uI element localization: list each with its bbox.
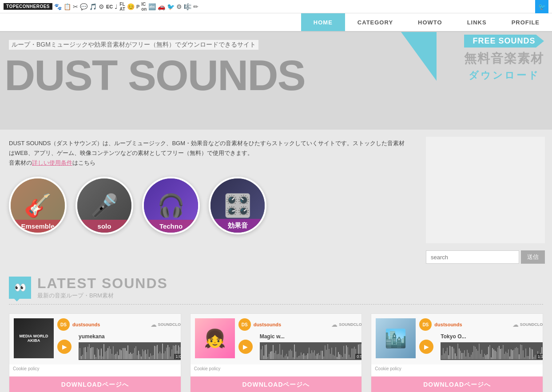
nav-profile[interactable]: PROFILE (499, 13, 552, 31)
category-techno[interactable]: 🎧 Techno (142, 177, 200, 234)
icon-ec[interactable]: EC (106, 4, 113, 9)
latest-section: 👀 LATEST SOUNDS 最新の音楽ループ・BRM素材 MEDIA WOR… (0, 271, 552, 392)
latest-icon: 👀 (9, 277, 31, 299)
free-sounds-banner: FREE SOUNDS (464, 35, 544, 48)
cookie-policy-2[interactable]: Cookie policy (191, 364, 362, 373)
icon-clipboard[interactable]: 📋 (64, 3, 71, 10)
icon-music[interactable]: 🎵 (89, 3, 97, 10)
play-button-3[interactable]: ▶ (419, 340, 433, 354)
sound-card-1: MEDIA WORLD AKIBA DS dustsounds ☁ SOUNDC… (9, 313, 181, 392)
sc-waveform-3[interactable]: 1:16 (441, 342, 543, 360)
play-button-1[interactable]: ▶ (57, 340, 71, 354)
intro-text2: 音素材の (9, 159, 32, 166)
solo-label: solo (77, 220, 131, 233)
cloud-icon-2: ☁ (331, 321, 338, 328)
main-layout: DUST SOUNDS（ダストサウンズ）は、ループミュージック、BGM・効果音な… (0, 130, 552, 271)
cookie-policy-3[interactable]: Cookie policy (371, 364, 543, 373)
sc-logo-3: ☁ SOUNDCLOUD (512, 321, 543, 328)
sc-username-3[interactable]: dustsounds (434, 322, 462, 327)
sc-header-1: DS dustsounds ☁ SOUNDCLOUD (57, 318, 181, 331)
site-logo[interactable]: TOPECONHEROES (4, 3, 52, 10)
icon-flat[interactable]: FLAT (119, 2, 125, 12)
sound-cards: MEDIA WORLD AKIBA DS dustsounds ☁ SOUNDC… (9, 313, 543, 392)
sc-time-2: 0:56 (355, 354, 362, 359)
play-button-2[interactable]: ▶ (238, 340, 253, 354)
icon-paw[interactable]: 🐾 (54, 3, 62, 10)
twitter-button[interactable]: 🐦 (535, 0, 548, 13)
icon-p[interactable]: P (136, 4, 139, 9)
hero-triangle-decoration (401, 32, 437, 81)
techno-label: Techno (144, 220, 198, 233)
sc-header-2: DS dustsounds ☁ SOUNDCLOUD (238, 318, 362, 331)
cloud-icon-3: ☁ (512, 321, 519, 328)
download-button-3[interactable]: DOWNLOADページへ (371, 376, 543, 392)
hero: ループ・BGMミュージックや効果音素材がフリー（無料）でダウンロードできるサイト… (0, 32, 552, 130)
icon-smile[interactable]: 😊 (127, 3, 135, 10)
latest-header: 👀 LATEST SOUNDS 最新の音楽ループ・BRM素材 (9, 275, 543, 305)
category-circles: 🎸 Emsemble 🎤 solo 🎧 (9, 177, 410, 234)
nav: HOME CATEGORY HOWTO LINKS PROFILE (0, 13, 552, 32)
icon-gear2[interactable]: ⚙ (176, 3, 182, 10)
sound-player-1: MEDIA WORLD AKIBA DS dustsounds ☁ SOUNDC… (9, 314, 181, 364)
latest-icon-eyes: 👀 (14, 282, 26, 293)
sc-waveform-2[interactable]: 0:56 (260, 342, 362, 360)
search-input[interactable] (426, 250, 519, 264)
sound-player-2: 👧 DS dustsounds ☁ SOUNDCLOUD (191, 314, 362, 364)
search-box: 送信 (426, 250, 545, 264)
intro-text3: はこちら (72, 159, 95, 166)
sc-user-2: DS dustsounds (238, 318, 281, 331)
download-button-1[interactable]: DOWNLOADページへ (9, 376, 181, 392)
download-button-2[interactable]: DOWNLOADページへ (191, 376, 362, 392)
sc-user-3: DS dustsounds (419, 318, 462, 331)
free-sounds-box: FREE SOUNDS 無料音楽素材 ダウンロード (464, 35, 544, 82)
sc-username-2[interactable]: dustsounds (254, 322, 281, 327)
icon-gear[interactable]: ⚙ (99, 3, 104, 10)
nav-links[interactable]: LINKS (455, 13, 499, 31)
main-content: DUST SOUNDS（ダストサウンズ）は、ループミュージック、BGM・効果音な… (0, 130, 419, 271)
sound-card-3: 🏙️ DS dustsounds ☁ SOUNDCLOUD (371, 313, 543, 392)
sc-waveform-1[interactable]: 1:04 (79, 342, 181, 360)
sc-logo-1: ☁ SOUNDCLOUD (151, 321, 181, 328)
hero-subtitle: ループ・BGMミュージックや効果音素材がフリー（無料）でダウンロードできるサイト (9, 40, 258, 50)
nav-category[interactable]: CATEGORY (345, 13, 405, 31)
sound-card-2: 👧 DS dustsounds ☁ SOUNDCLOUD (190, 313, 362, 392)
intro-text1: DUST SOUNDS（ダストサウンズ）は、ループミュージック、BGM・効果音な… (9, 140, 405, 156)
icon-car[interactable]: 🚗 (158, 3, 165, 10)
nav-home[interactable]: HOME (301, 13, 345, 31)
usage-link[interactable]: 詳しい使用条件 (32, 159, 72, 166)
sc-title-2: Magic w... (260, 333, 362, 340)
sc-avatar-2: DS (238, 318, 251, 331)
icon-note[interactable]: ♩ (115, 3, 118, 10)
sc-user-1: DS dustsounds (57, 318, 100, 331)
sc-time-3: 1:16 (536, 354, 543, 359)
icon-icon[interactable]: ICon (141, 2, 147, 12)
cookie-policy-1[interactable]: Cookie policy (9, 364, 181, 373)
search-button[interactable]: 送信 (521, 250, 545, 264)
icon-pen[interactable]: ✏ (193, 3, 199, 10)
sc-header-3: DS dustsounds ☁ SOUNDCLOUD (419, 318, 543, 331)
sc-title-3: Tokyo O... (441, 333, 543, 340)
waveform-2: Magic w... 0:56 (260, 333, 362, 360)
cloud-icon-1: ☁ (151, 321, 157, 328)
icon-music2[interactable]: 🎼 (184, 3, 191, 10)
icon-chat[interactable]: 💬 (80, 3, 87, 10)
sfx-label: 効果音 (210, 219, 265, 233)
nav-howto[interactable]: HOWTO (405, 13, 455, 31)
free-sounds-dl: ダウンロード (464, 69, 544, 82)
sc-title-1: yumekana (79, 333, 181, 340)
topbar: TOPECONHEROES 🐾 📋 ✂ 💬 🎵 ⚙ EC ♩ FLAT 😊 P … (0, 0, 552, 13)
thumb-1: MEDIA WORLD AKIBA (14, 318, 54, 358)
category-ensemble[interactable]: 🎸 Emsemble (9, 177, 67, 234)
latest-subtitle: 最新の音楽ループ・BRM素材 (37, 292, 168, 300)
free-sounds-ja: 無料音楽素材 (464, 50, 544, 67)
icon-bird[interactable]: 🐦 (167, 3, 175, 10)
intro-paragraph: DUST SOUNDS（ダストサウンズ）は、ループミュージック、BGM・効果音な… (9, 139, 410, 168)
category-solo[interactable]: 🎤 solo (75, 177, 133, 234)
icon-scissors[interactable]: ✂ (73, 3, 78, 10)
sound-player-3: 🏙️ DS dustsounds ☁ SOUNDCLOUD (371, 314, 543, 364)
sc-username-1[interactable]: dustsounds (72, 322, 100, 327)
category-sfx[interactable]: 🎛️ 効果音 (209, 177, 266, 234)
sc-time-1: 1:04 (174, 354, 181, 359)
icon-text[interactable]: 🔤 (148, 3, 156, 10)
sc-logo-2: ☁ SOUNDCLOUD (331, 321, 362, 328)
